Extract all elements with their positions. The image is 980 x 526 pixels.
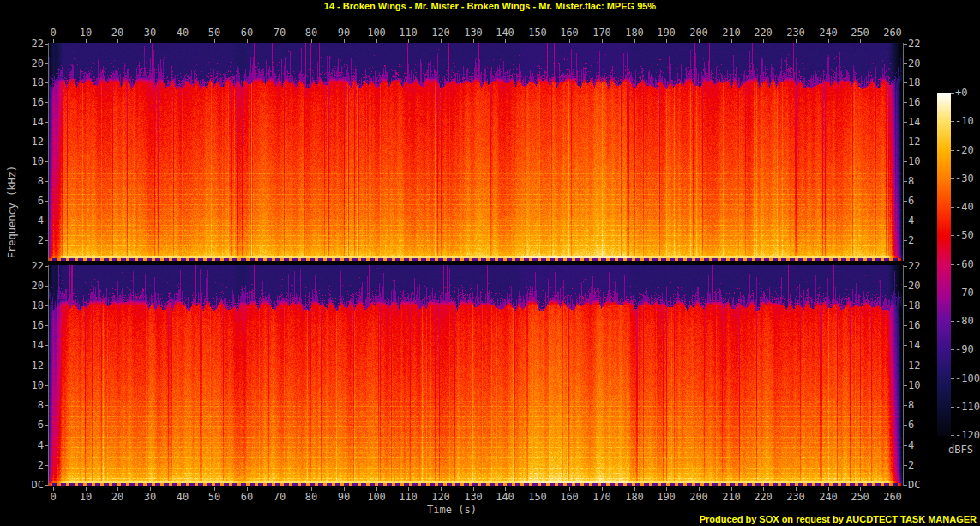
spectrogram-channel-1 bbox=[49, 43, 903, 261]
x-tick-label: 100 bbox=[364, 492, 389, 502]
colorbar-tick-label: -30 bbox=[955, 173, 980, 184]
freq-tick-mark bbox=[904, 142, 907, 142]
x-tick-mark bbox=[53, 39, 54, 43]
freq-tick-mark bbox=[45, 325, 48, 326]
freq-tick-label: 8 bbox=[908, 400, 935, 410]
x-tick-mark bbox=[860, 487, 861, 491]
x-tick-mark bbox=[699, 487, 700, 491]
colorbar-tick-label: -120 bbox=[955, 430, 980, 440]
x-tick-label: 80 bbox=[298, 27, 324, 38]
x-tick-mark bbox=[344, 39, 345, 43]
freq-tick-label: 8 bbox=[17, 176, 44, 186]
freq-tick-label: 16 bbox=[17, 97, 44, 107]
freq-tick-label: 22 bbox=[17, 39, 44, 49]
freq-tick-mark bbox=[45, 385, 48, 386]
colorbar-tick-label: -60 bbox=[955, 259, 980, 269]
freq-tick-label: 2 bbox=[17, 460, 44, 470]
x-tick-label: 90 bbox=[331, 492, 357, 502]
x-tick-mark bbox=[150, 39, 151, 43]
x-tick-label: 150 bbox=[525, 492, 550, 502]
colorbar-tick-label: -110 bbox=[955, 402, 980, 412]
freq-tick-mark bbox=[904, 161, 907, 162]
x-tick-label: 180 bbox=[622, 492, 647, 502]
x-tick-label: 180 bbox=[622, 27, 647, 38]
colorbar-tick-label: -70 bbox=[955, 287, 980, 298]
x-tick-mark bbox=[441, 487, 442, 491]
freq-tick-label: 6 bbox=[908, 196, 935, 206]
x-tick-label: 50 bbox=[201, 492, 227, 502]
freq-tick-label: 14 bbox=[908, 117, 935, 127]
x-tick-mark bbox=[828, 487, 829, 491]
page-title: 14 - Broken Wings - Mr. Mister - Broken … bbox=[0, 1, 980, 11]
x-tick-label: 200 bbox=[686, 27, 712, 38]
x-tick-mark bbox=[893, 39, 893, 43]
x-tick-mark bbox=[86, 487, 87, 491]
credit-text: Produced by SOX on request by AUCDTECT T… bbox=[700, 514, 977, 524]
freq-tick-mark bbox=[45, 161, 48, 162]
freq-tick-mark bbox=[904, 201, 907, 202]
spectrogram-channel-2 bbox=[49, 265, 903, 486]
x-tick-mark bbox=[860, 39, 861, 43]
x-tick-mark bbox=[538, 487, 538, 491]
x-tick-mark bbox=[311, 487, 312, 491]
x-tick-mark bbox=[473, 487, 474, 491]
freq-tick-label: 18 bbox=[17, 77, 44, 88]
x-tick-mark bbox=[634, 39, 635, 43]
freq-tick-label: 2 bbox=[908, 235, 935, 245]
x-tick-mark bbox=[731, 487, 732, 491]
freq-tick-mark bbox=[904, 122, 907, 123]
x-tick-mark bbox=[344, 487, 345, 491]
x-tick-label: 130 bbox=[460, 492, 486, 502]
colorbar-tick-mark bbox=[951, 378, 954, 379]
x-tick-mark bbox=[569, 487, 570, 491]
x-tick-label: 210 bbox=[718, 492, 744, 502]
x-tick-mark bbox=[569, 39, 570, 43]
colorbar-tick-mark bbox=[951, 435, 954, 436]
freq-tick-mark bbox=[45, 345, 48, 346]
freq-tick-mark bbox=[904, 485, 907, 486]
freq-tick-label: 6 bbox=[908, 420, 935, 430]
x-tick-label: 70 bbox=[267, 492, 292, 502]
freq-tick-mark bbox=[45, 266, 48, 267]
freq-tick-mark bbox=[904, 44, 907, 45]
x-tick-mark bbox=[634, 487, 635, 491]
colorbar-tick-label: -20 bbox=[955, 145, 980, 155]
freq-tick-mark bbox=[904, 305, 907, 306]
x-tick-label: 210 bbox=[718, 27, 744, 38]
freq-tick-label: 12 bbox=[17, 360, 44, 371]
x-tick-label: 60 bbox=[234, 27, 260, 38]
x-tick-label: 70 bbox=[267, 27, 292, 38]
freq-tick-mark bbox=[904, 445, 907, 446]
colorbar-tick-mark bbox=[951, 321, 954, 322]
x-tick-label: 60 bbox=[234, 492, 260, 502]
x-tick-mark bbox=[150, 487, 151, 491]
colorbar-tick-mark bbox=[951, 264, 954, 265]
freq-tick-label: 4 bbox=[17, 440, 44, 450]
x-tick-label: 120 bbox=[428, 27, 454, 38]
x-tick-label: 110 bbox=[395, 492, 421, 502]
x-tick-label: 30 bbox=[137, 492, 163, 502]
x-tick-mark bbox=[602, 487, 603, 491]
colorbar-tick-mark bbox=[951, 93, 954, 94]
freq-tick-mark bbox=[45, 366, 48, 366]
colorbar-tick-label: -10 bbox=[955, 116, 980, 126]
freq-tick-label: 4 bbox=[908, 215, 935, 226]
x-tick-mark bbox=[602, 39, 603, 43]
time-axis-label: Time (s) bbox=[400, 504, 503, 516]
x-tick-mark bbox=[53, 487, 54, 491]
freq-tick-mark bbox=[45, 445, 48, 446]
colorbar-tick-mark bbox=[951, 207, 954, 208]
x-tick-mark bbox=[796, 39, 797, 43]
x-tick-label: 250 bbox=[847, 492, 873, 502]
freq-tick-label: 10 bbox=[908, 156, 935, 166]
freq-tick-mark bbox=[45, 63, 48, 64]
x-tick-label: 100 bbox=[364, 27, 389, 38]
freq-tick-label: 8 bbox=[908, 176, 935, 186]
colorbar-tick-mark bbox=[951, 235, 954, 236]
freq-tick-mark bbox=[45, 221, 48, 221]
freq-tick-mark bbox=[45, 102, 48, 103]
freq-tick-mark bbox=[904, 286, 907, 287]
y-axis-line bbox=[903, 43, 904, 261]
freq-tick-label: 4 bbox=[908, 440, 935, 450]
x-tick-mark bbox=[247, 39, 248, 43]
